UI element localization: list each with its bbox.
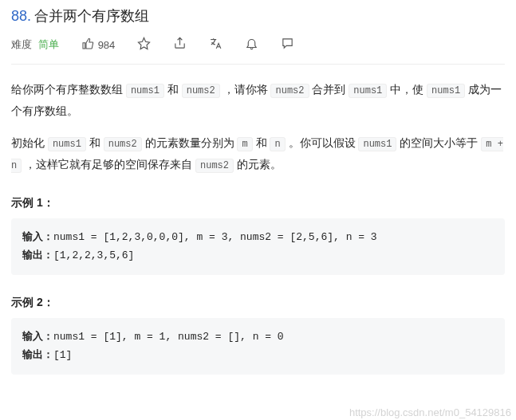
share-icon (173, 37, 187, 53)
code-m: m (237, 137, 252, 151)
feedback-icon (281, 37, 294, 53)
example-2-block: 输入：nums1 = [1], m = 1, nums2 = [], n = 0… (11, 318, 505, 375)
example-1-block: 输入：nums1 = [1,2,3,0,0,0], m = 3, nums2 =… (11, 218, 505, 275)
star-icon (137, 37, 151, 53)
translate-icon (209, 37, 223, 53)
example-2-output: [1] (53, 349, 72, 361)
meta-row: 难度 简单 984 (11, 37, 505, 53)
description-p2: 初始化 nums1 和 nums2 的元素数量分别为 m 和 n 。你可以假设 … (11, 132, 505, 175)
code-nums2: nums2 (270, 84, 309, 98)
translate-button[interactable] (209, 37, 223, 53)
share-button[interactable] (173, 37, 187, 53)
example-1-heading: 示例 1： (11, 196, 505, 210)
code-nums1: nums1 (349, 84, 387, 98)
problem-page: 88. 合并两个有序数组 难度 简单 984 (0, 0, 516, 384)
difficulty-value: 简单 (38, 38, 59, 50)
bell-icon (245, 37, 258, 53)
output-label: 输出： (22, 249, 53, 261)
problem-name: 合并两个有序数组 (34, 8, 149, 24)
code-nums1: nums1 (126, 84, 164, 98)
code-nums1: nums1 (48, 137, 86, 151)
problem-number: 88. (11, 8, 31, 24)
notify-button[interactable] (245, 37, 258, 53)
code-n: n (270, 137, 285, 151)
code-nums2: nums2 (104, 137, 142, 151)
difficulty-label: 难度 (11, 38, 32, 50)
feedback-button[interactable] (281, 37, 294, 53)
likes-count: 984 (98, 39, 116, 51)
code-nums2: nums2 (195, 159, 234, 173)
output-label: 输出： (22, 349, 53, 361)
example-2-input: nums1 = [1], m = 1, nums2 = [], n = 0 (53, 331, 284, 343)
example-1-input: nums1 = [1,2,3,0,0,0], m = 3, nums2 = [2… (53, 231, 377, 243)
divider (11, 64, 505, 65)
code-nums1: nums1 (358, 137, 396, 151)
code-nums1: nums1 (427, 84, 465, 98)
thumbs-up-icon (81, 37, 94, 53)
description-p1: 给你两个有序整数数组 nums1 和 nums2 ，请你将 nums2 合并到 … (11, 79, 505, 121)
problem-title: 88. 合并两个有序数组 (11, 6, 505, 26)
difficulty: 难度 简单 (11, 37, 59, 52)
watermark: https://blog.csdn.net/m0_54129816 (349, 406, 511, 418)
code-nums2: nums2 (182, 84, 220, 98)
likes-button[interactable]: 984 (81, 37, 116, 53)
favorite-button[interactable] (137, 37, 151, 53)
input-label: 输入： (22, 331, 53, 343)
input-label: 输入： (22, 231, 53, 243)
example-2-heading: 示例 2： (11, 296, 505, 310)
example-1-output: [1,2,2,3,5,6] (53, 249, 134, 261)
